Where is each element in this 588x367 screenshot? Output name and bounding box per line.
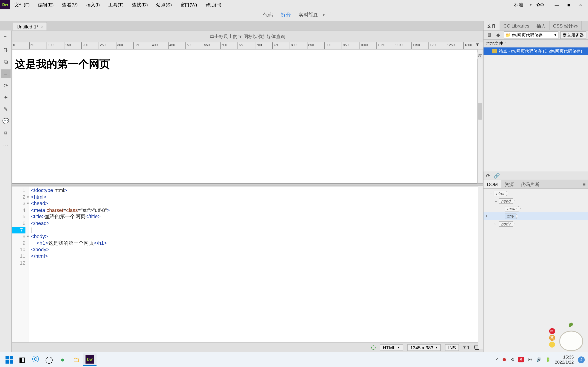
document-tab[interactable]: Untitled-1* × — [13, 22, 47, 31]
dom-node-body[interactable]: ›body — [484, 220, 588, 227]
add-node-icon[interactable]: + — [484, 213, 489, 219]
workspace-selector[interactable]: 标准 — [510, 1, 527, 8]
refresh-icon[interactable]: ⟳ — [486, 173, 490, 179]
lang-selector[interactable]: HTML▼ — [380, 344, 403, 351]
ins-toggle[interactable]: INS — [445, 344, 459, 351]
ruler-handle-icon[interactable]: ▼ — [475, 42, 480, 47]
tool-wand-icon[interactable]: ✦ — [1, 93, 10, 102]
desktop-mascot[interactable] — [557, 325, 585, 351]
line-gutter[interactable]: 12▼3▼45678▼9101112 — [12, 186, 28, 349]
dom-panel-tabs: DOM 资源 代码片断 ≡ — [484, 180, 588, 189]
taskbar-app1[interactable]: ◯ — [42, 353, 56, 366]
maximize-button[interactable]: ▣ — [563, 1, 575, 8]
view-split[interactable]: 拆分 — [281, 11, 291, 19]
tool-collapse-icon[interactable]: ⟳ — [1, 81, 10, 90]
repo-icon[interactable]: ◆ — [494, 31, 502, 38]
view-toggle-bar: 代码 拆分 实时视图 ▼ — [0, 9, 588, 21]
menu-find[interactable]: 查找(D) — [128, 0, 152, 9]
tab-close-icon[interactable]: × — [41, 24, 43, 29]
site-selector[interactable]: 📁 dw网页代码储存 ▼ — [504, 31, 559, 39]
tool-format-icon[interactable]: ✎ — [1, 105, 10, 113]
tray-volume-icon[interactable]: 🔊 — [536, 357, 541, 362]
ruler[interactable]: 0501001502002503003504004505005506006507… — [12, 42, 483, 49]
app-icon: Dw — [0, 0, 10, 9]
tray-clock[interactable]: 15:35 2022/1/22 — [555, 355, 574, 365]
ime-indicator[interactable]: 中 英 — [549, 328, 555, 348]
ftp-icon[interactable]: 🖥 — [485, 31, 493, 38]
folder-icon — [492, 49, 497, 53]
menu-tools[interactable]: 工具(T) — [104, 0, 128, 9]
tab-title: Untitled-1* — [17, 24, 38, 29]
menubar: Dw 文件(F) 编辑(E) 查看(V) 插入(I) 工具(T) 查找(D) 站… — [0, 0, 588, 9]
taskbar-dreamweaver[interactable]: Dw — [83, 353, 96, 366]
code-pane[interactable]: 12▼3▼45678▼9101112 <!doctype html> <html… — [12, 186, 483, 349]
taskbar-wechat[interactable]: ● — [56, 353, 69, 366]
tool-snippet-icon[interactable]: ⧈ — [1, 128, 10, 137]
tab-cc-libraries[interactable]: CC Libraries — [500, 21, 533, 30]
menu-insert[interactable]: 插入(I) — [82, 0, 104, 9]
menu-window[interactable]: 窗口(W) — [176, 0, 201, 9]
dom-node-meta[interactable]: meta — [484, 205, 588, 212]
tool-file-mgmt-icon[interactable]: 🗋 — [1, 34, 10, 42]
preview-heading: 这是我的第一个网页 — [15, 57, 476, 71]
code-scrollbar[interactable] — [478, 186, 483, 349]
workspace-caret-icon[interactable]: ▼ — [529, 3, 532, 6]
tray-ime-icon[interactable]: S — [518, 357, 523, 362]
media-query-hint[interactable]: 单击标尺上的"▾"图标以添加媒体查询 — [12, 31, 483, 42]
tool-live-code-icon[interactable]: ⧉ — [1, 58, 10, 66]
view-live[interactable]: 实时视图 — [299, 11, 319, 19]
size-selector[interactable]: 1345 x 383▼ — [407, 344, 441, 351]
error-status-icon[interactable] — [372, 345, 376, 349]
tray-sync-icon[interactable]: ⟲ — [510, 357, 514, 362]
menu-items: 文件(F) 编辑(E) 查看(V) 插入(I) 工具(T) 查找(D) 站点(S… — [10, 0, 225, 9]
tray-security-icon[interactable]: ⬣ — [502, 357, 506, 362]
menu-edit[interactable]: 编辑(E) — [34, 0, 58, 9]
minimize-button[interactable]: — — [551, 1, 563, 8]
live-view-pane[interactable]: 这是我的第一个网页 — [12, 49, 479, 184]
close-button[interactable]: ✕ — [574, 1, 586, 8]
live-view-caret-icon[interactable]: ▼ — [322, 14, 325, 17]
menu-help[interactable]: 帮助(H) — [201, 0, 226, 9]
taskbar-explorer[interactable]: 🗀 — [69, 353, 83, 366]
view-code[interactable]: 代码 — [263, 11, 273, 19]
menu-file[interactable]: 文件(F) — [10, 0, 34, 9]
right-panel: 文件 CC Libraries 插入 CSS 设计器 🖥 ◆ 📁 dw网页代码储… — [483, 21, 588, 352]
code-text[interactable]: <!doctype html> <html> <head> <meta char… — [28, 186, 483, 349]
panel-menu-icon[interactable]: ≡ — [580, 180, 588, 188]
tab-snippets[interactable]: 代码片断 — [517, 180, 543, 188]
left-toolbox: 🗋 ⇅ ⧉ ≡ ⟳ ✦ ✎ 💬 ⧈ ⋯ — [0, 31, 12, 352]
dom-node-head[interactable]: ⌄head — [484, 197, 588, 205]
tool-more-icon[interactable]: ⋯ — [1, 140, 10, 149]
files-column-header[interactable]: 本地文件 ↑ — [484, 40, 588, 47]
document-tabbar: Untitled-1* × — [0, 21, 483, 31]
tool-comment-icon[interactable]: 💬 — [1, 117, 10, 125]
tray-notifications-icon[interactable]: 4 — [578, 356, 585, 363]
taskbar-taskview[interactable]: ◧ — [15, 353, 29, 366]
site-root-row[interactable]: 站点 - dw网页代码储存 (D:\dw网页代码储存) — [484, 47, 588, 55]
tool-inspect-icon[interactable]: ≡ — [1, 69, 10, 78]
tray-chevron-icon[interactable]: ^ — [496, 357, 498, 362]
system-tray[interactable]: ^ ⬣ ⟲ S ⦿ 🔊 🔋 15:35 2022/1/22 4 — [496, 355, 585, 365]
tray-wifi-icon[interactable]: ⦿ — [528, 357, 532, 362]
dom-node-html[interactable]: ⌄html — [484, 190, 588, 197]
sync-settings-icon[interactable]: ✿⚙ — [535, 1, 546, 8]
taskbar-edge[interactable]: ⓔ — [29, 353, 42, 366]
tab-insert[interactable]: 插入 — [533, 21, 550, 30]
start-button[interactable] — [3, 354, 15, 366]
tray-battery-icon[interactable]: 🔋 — [545, 357, 551, 362]
live-view-scrollbar[interactable] — [477, 49, 483, 184]
link-icon[interactable]: 🔗 — [493, 173, 500, 179]
tab-dom[interactable]: DOM — [484, 180, 501, 188]
dom-node-title[interactable]: +title — [484, 212, 588, 220]
menu-view[interactable]: 查看(V) — [58, 0, 82, 9]
define-server-button[interactable]: 定义服务器 — [560, 31, 586, 39]
folder-icon: 📁 — [506, 33, 510, 37]
tab-files[interactable]: 文件 — [484, 21, 500, 30]
files-tree[interactable]: 站点 - dw网页代码储存 (D:\dw网页代码储存) — [484, 47, 588, 172]
split-handle[interactable] — [12, 184, 483, 186]
tab-css-designer[interactable]: CSS 设计器 — [550, 21, 582, 30]
menu-site[interactable]: 站点(S) — [152, 0, 176, 9]
tab-assets[interactable]: 资源 — [501, 180, 517, 188]
tool-split-vert-icon[interactable]: ⇅ — [1, 46, 10, 54]
taskbar: ◧ ⓔ ◯ ● 🗀 Dw ^ ⬣ ⟲ S ⦿ 🔊 🔋 15:35 2022/1/… — [0, 352, 588, 367]
